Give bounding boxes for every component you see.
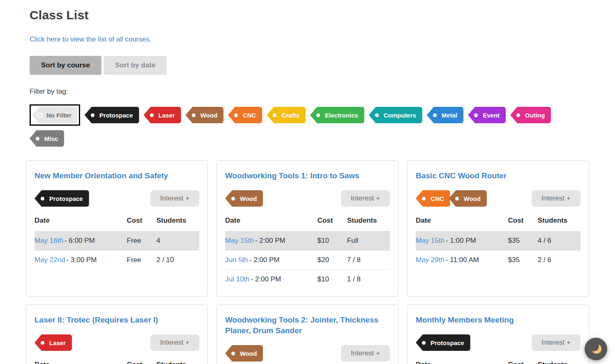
class-tag-list: Protospace: [416, 334, 470, 351]
class-tag: CNC: [416, 190, 450, 207]
session-date-link[interactable]: May 15th: [416, 237, 445, 244]
session-date-cell: May 15th- 2:00 PM: [225, 231, 318, 251]
class-card: Woodworking Tools 2: Jointer, Thickness …: [217, 304, 398, 364]
session-students: Full: [347, 231, 390, 251]
sort-by-course-button[interactable]: Sort by course: [30, 56, 101, 75]
tag-shape: Computers: [369, 107, 422, 123]
session-date-link[interactable]: Jun 5th: [225, 256, 248, 264]
filter-tag[interactable]: Wood: [186, 107, 223, 123]
tag-label: Wood: [200, 112, 217, 119]
students-column-header: Students: [157, 216, 199, 231]
session-date-cell: Jul 10th- 2:00 PM: [225, 270, 318, 289]
class-title-link[interactable]: Woodworking Tools 2: Jointer, Thickness …: [225, 315, 390, 336]
session-date-cell: May 16th- 6:00 PM: [35, 231, 127, 251]
sessions-table: Date Cost Students May 19th- 7:00 PM Fre…: [416, 360, 580, 364]
tag-shape: Crafts: [267, 107, 305, 123]
session-date-link[interactable]: May 29th: [416, 256, 445, 264]
session-students: 4 / 6: [538, 231, 580, 251]
tag-label: Protospace: [49, 195, 83, 202]
card-actions-row: Wood Interest +: [225, 190, 390, 207]
page-title: Class List: [30, 8, 585, 22]
interest-button[interactable]: Interest +: [341, 345, 390, 362]
filter-tag[interactable]: Event: [468, 107, 506, 123]
class-tag-list: Protospace: [35, 190, 89, 207]
sessions-table: Date Cost Students May 16th- 6:00 PM Fre…: [35, 216, 199, 270]
filter-tag[interactable]: No Filter: [30, 104, 80, 126]
tag-label: Laser: [49, 339, 66, 346]
class-tag: Wood: [225, 190, 263, 207]
session-students: 4: [157, 231, 199, 251]
session-date-link[interactable]: May 15th: [225, 237, 254, 244]
class-card: Monthly Members Meeting Protospace Inter…: [407, 304, 589, 364]
class-title-link[interactable]: Woodworking Tools 1: Intro to Saws: [225, 170, 390, 181]
session-date-link[interactable]: May 22nd: [35, 256, 65, 264]
session-time: - 6:00 PM: [64, 237, 95, 244]
session-time: - 11:00 AM: [446, 256, 479, 264]
tag-shape: No Filter: [32, 107, 78, 123]
filter-tag[interactable]: Computers: [369, 107, 422, 123]
sessions-table: Date Cost Students Jun 6th- 5:00 PM $20 …: [35, 360, 199, 364]
tag-label: CNC: [243, 112, 256, 119]
date-column-header: Date: [416, 216, 508, 231]
card-actions-row: CNC Wood Interest +: [416, 190, 580, 207]
students-column-header: Students: [347, 216, 390, 231]
tag-dot-icon: [231, 197, 235, 200]
sort-button-group: Sort by course Sort by date: [30, 56, 585, 75]
tag-shape: Event: [468, 107, 506, 123]
interest-button[interactable]: Interest +: [150, 190, 199, 207]
interest-button[interactable]: Interest +: [150, 334, 199, 351]
tag-dot-icon: [41, 341, 44, 345]
tag-label: Crafts: [281, 112, 299, 119]
dark-mode-toggle-button[interactable]: [585, 338, 607, 360]
class-title-link[interactable]: Basic CNC Wood Router: [416, 170, 580, 181]
tag-label: Electronics: [325, 112, 358, 119]
class-title-link[interactable]: Laser II: Trotec (Requires Laser I): [35, 315, 199, 325]
filter-tag[interactable]: Laser: [144, 107, 181, 123]
filter-tag[interactable]: Electronics: [310, 107, 364, 123]
tag-label: Wood: [464, 195, 481, 202]
card-actions-row: Wood Interest +: [225, 345, 390, 362]
filter-tag[interactable]: CNC: [228, 107, 263, 123]
class-card: Basic CNC Wood Router CNC Wood Interest …: [407, 160, 589, 297]
session-date-link[interactable]: Jul 10th: [225, 275, 250, 283]
session-row: May 22nd- 3:00 PM Free 2 / 10: [35, 251, 199, 270]
filter-tag[interactable]: Metal: [427, 107, 463, 123]
session-date-link[interactable]: May 16th: [35, 237, 63, 244]
session-cost: $10: [318, 270, 347, 289]
interest-button[interactable]: Interest +: [532, 190, 580, 207]
tag-label: Laser: [159, 112, 175, 119]
card-actions-row: Protospace Interest +: [35, 190, 199, 207]
session-students: 7 / 8: [347, 251, 390, 270]
tag-label: Protospace: [431, 339, 464, 346]
filter-tag[interactable]: Protospace: [85, 107, 139, 123]
session-row: Jul 10th- 2:00 PM $10 1 / 8: [225, 270, 390, 289]
filter-tag[interactable]: Misc: [30, 130, 64, 147]
tag-dot-icon: [231, 352, 235, 355]
tag-dot-icon: [150, 113, 154, 117]
session-row: May 15th- 1:00 PM $35 4 / 6: [416, 231, 580, 251]
filter-by-tag-label: Filter by tag:: [30, 88, 585, 96]
tag-shape: Wood: [186, 107, 223, 123]
session-date-cell: Jun 5th- 2:00 PM: [225, 251, 318, 270]
interest-button[interactable]: Interest +: [341, 190, 390, 207]
tag-label: No Filter: [46, 112, 71, 119]
tag-label: CNC: [431, 195, 444, 202]
session-row: May 29th- 11:00 AM $35 2 / 6: [416, 251, 580, 270]
tag-dot-icon: [316, 113, 320, 117]
tag-shape: Laser: [144, 107, 181, 123]
date-column-header: Date: [35, 360, 127, 364]
tag-dot-icon: [474, 113, 478, 117]
tag-label: Metal: [442, 112, 457, 119]
sort-by-date-button[interactable]: Sort by date: [104, 56, 167, 75]
class-tag-list: Wood: [225, 345, 263, 362]
tag-label: Outing: [525, 112, 545, 119]
tag-shape: Electronics: [310, 107, 364, 123]
tag-shape: Protospace: [85, 107, 139, 123]
interest-button[interactable]: Interest +: [532, 334, 580, 351]
session-cost: $35: [508, 231, 538, 251]
filter-tag[interactable]: Outing: [510, 107, 551, 123]
class-title-link[interactable]: Monthly Members Meeting: [416, 315, 580, 325]
all-courses-link[interactable]: Click here to view the list of all cours…: [30, 35, 585, 44]
filter-tag[interactable]: Crafts: [267, 107, 305, 123]
class-title-link[interactable]: New Member Orientation and Safety: [35, 170, 199, 181]
